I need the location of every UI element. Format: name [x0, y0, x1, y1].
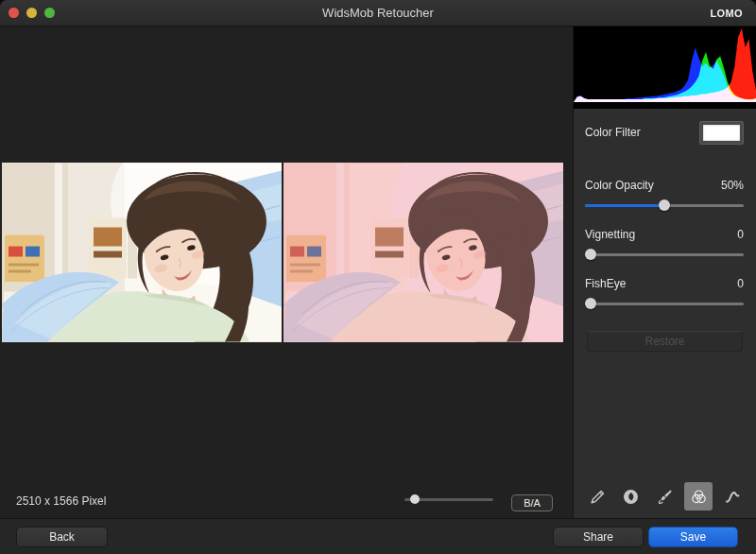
color-opacity-slider-thumb[interactable] — [659, 199, 670, 211]
vignetting-header: Vignetting0 — [585, 227, 744, 242]
vignetting-value: 0 — [737, 228, 744, 241]
zoom-slider-thumb[interactable] — [410, 494, 420, 504]
before-after-toggle-button[interactable]: B/A — [511, 494, 553, 511]
back-button[interactable]: Back — [16, 527, 108, 547]
restore-button[interactable]: Restore — [587, 331, 743, 352]
fisheye-slider-thumb[interactable] — [585, 298, 596, 309]
color-opacity-header: Color Opacity50% — [585, 178, 744, 193]
fisheye-group: FishEye0 — [585, 276, 744, 310]
color-filter-swatch-color — [703, 125, 740, 141]
share-button[interactable]: Share — [553, 527, 644, 547]
vignetting-slider-track[interactable] — [585, 253, 744, 256]
close-window-button[interactable] — [9, 8, 19, 18]
color-filter-row: Color Filter — [585, 120, 744, 145]
color-circles-icon — [690, 488, 708, 506]
color-opacity-slider[interactable] — [585, 199, 744, 212]
blue-channel-area — [574, 47, 756, 102]
fisheye-value: 0 — [737, 277, 744, 290]
window-title: WidsMob Retoucher — [0, 6, 756, 20]
fisheye-header: FishEye0 — [585, 276, 744, 291]
vignetting-slider-thumb[interactable] — [585, 249, 596, 260]
film-grain-tool[interactable] — [718, 482, 747, 511]
title-bar: WidsMob Retoucher LOMO — [0, 0, 756, 26]
zoom-window-button[interactable] — [44, 8, 55, 18]
fisheye-slider[interactable] — [585, 297, 744, 310]
portrait-photo-illustration — [284, 163, 563, 342]
pencil-icon — [589, 488, 607, 506]
color-opacity-label: Color Opacity — [585, 179, 654, 192]
touch-up-brush-tool[interactable] — [651, 482, 679, 511]
traffic-lights — [9, 8, 55, 18]
vignetting-slider[interactable] — [585, 248, 744, 261]
adjustment-panel: Color Filter Color Opacity50%Vignetting0… — [573, 26, 756, 518]
app-window: WidsMob Retoucher LOMO — [0, 0, 756, 554]
color-opacity-slider-fill — [585, 204, 664, 207]
curve-ribbon-icon — [724, 488, 742, 506]
lomo-filtered-photo — [284, 163, 563, 342]
vignetting-label: Vignetting — [585, 228, 635, 241]
portrait-icon — [622, 488, 640, 506]
lomo-color-filter-tool[interactable] — [684, 482, 713, 511]
original-photo — [2, 163, 282, 342]
fisheye-slider-track[interactable] — [585, 303, 744, 305]
minimize-window-button[interactable] — [26, 8, 37, 18]
retouch-pencil-tool[interactable] — [583, 482, 611, 511]
fisheye-label: FishEye — [585, 277, 626, 290]
color-filter-label: Color Filter — [585, 126, 641, 139]
tool-row — [583, 482, 747, 511]
brush-icon — [656, 488, 674, 506]
save-button[interactable]: Save — [648, 527, 738, 547]
rgb-histogram — [574, 26, 756, 109]
before-after-photos — [2, 163, 563, 342]
bottom-bar: Back Share Save — [0, 518, 756, 554]
portrait-soften-tool[interactable] — [617, 482, 645, 511]
zoom-slider[interactable] — [404, 493, 493, 505]
preview-canvas: 2510 x 1566 Pixel B/A — [0, 26, 573, 518]
portrait-photo-illustration — [2, 163, 282, 342]
vignetting-group: Vignetting0 — [585, 227, 744, 261]
active-mode-label: LOMO — [710, 8, 743, 19]
color-opacity-value: 50% — [721, 179, 744, 192]
image-size-label: 2510 x 1566 Pixel — [16, 494, 106, 508]
color-opacity-group: Color Opacity50% — [585, 178, 744, 212]
color-filter-swatch[interactable] — [699, 121, 744, 145]
